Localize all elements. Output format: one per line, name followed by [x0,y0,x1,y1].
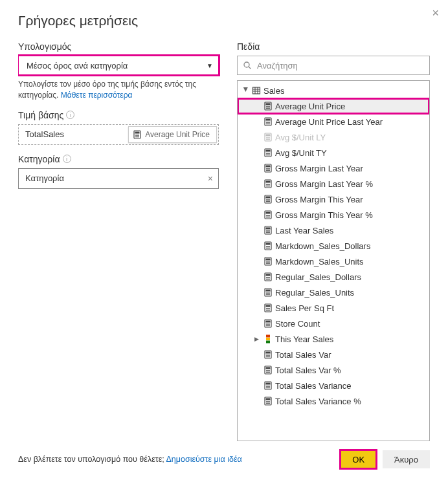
tree-field-row[interactable]: Gross Margin This Year [238,191,429,207]
tree-field-row[interactable]: Markdown_Sales_Dollars [238,238,429,254]
chevron-down-icon: ▶ [243,87,249,94]
dialog-title: Γρήγορες μετρήσεις [18,13,430,28]
calculator-icon [263,272,273,281]
field-label: Gross Margin Last Year [275,164,363,173]
fields-tree[interactable]: ▶ Sales Average Unit PriceAverage Unit P… [237,80,430,441]
tree-field-row[interactable]: Markdown_Sales_Units [238,254,429,269]
field-label: Average Unit Price Last Year [275,117,383,127]
field-label: Markdown_Sales_Dollars [275,241,370,251]
calculator-icon [263,179,273,188]
field-label: Regular_Sales_Dollars [275,272,361,282]
field-label: Avg $/Unit LY [275,133,326,142]
tree-field-row[interactable]: Gross Margin This Year % [238,207,429,223]
calculator-icon [263,133,273,142]
calculator-icon [263,164,273,173]
base-value-dropzone[interactable]: TotalSales Average Unit Price [18,124,219,145]
tree-field-row[interactable]: Store Count [238,316,429,331]
tree-field-row[interactable]: Gross Margin Last Year [238,160,429,176]
dialog-footer: Δεν βλέπετε τον υπολογισμό που θέλετε; Δ… [18,441,430,480]
table-name: Sales [263,86,285,96]
tree-field-row[interactable]: Total Sales Var % [238,362,429,378]
field-label: This Year Sales [275,334,333,344]
search-input[interactable] [256,60,424,71]
tree-field-row[interactable]: Total Sales Var [238,347,429,362]
field-label: Gross Margin This Year % [275,210,373,220]
calculator-icon [263,148,273,157]
field-label: Store Count [275,319,320,329]
calculator-icon [263,257,273,266]
calculator-icon [263,397,273,406]
calculation-helper: Υπολογίστε τον μέσο όρο της τιμής βάσης … [18,79,219,101]
field-label: Total Sales Variance % [275,397,361,406]
field-label: Last Year Sales [275,226,333,235]
calculator-icon [263,381,273,390]
table-icon [252,86,261,95]
calculator-icon [263,365,273,375]
field-label: Avg $/Unit TY [275,148,327,158]
calculator-icon [263,102,273,111]
tree-field-row[interactable]: Avg $/Unit LY [238,129,429,145]
base-value-field: TotalSales [19,129,64,139]
chevron-right-icon: ▶ [254,336,261,342]
calculator-icon [263,350,273,359]
base-value-label: Τιμή βάσης i [18,110,219,120]
post-idea-link[interactable]: Δημοσιεύστε μια ιδέα [166,455,241,464]
field-label: Regular_Sales_Units [275,288,354,298]
tree-field-row[interactable]: Gross Margin Last Year % [238,176,429,191]
info-icon[interactable]: i [66,111,74,119]
search-icon [243,61,252,70]
calculation-dropdown[interactable]: Μέσος όρος ανά κατηγορία ▼ [18,56,219,75]
field-label: Gross Margin This Year [275,195,363,204]
fields-search[interactable] [237,56,430,75]
tree-field-row[interactable]: Average Unit Price [238,98,429,114]
field-label: Sales Per Sq Ft [275,303,334,313]
learn-more-link[interactable]: Μάθετε περισσότερα [61,91,133,100]
ok-button[interactable]: OK [341,450,376,468]
tree-field-row[interactable]: Last Year Sales [238,223,429,238]
cancel-button[interactable]: Άκυρο [383,450,430,468]
tree-field-row[interactable]: Regular_Sales_Dollars [238,269,429,285]
left-panel: Υπολογισμός Μέσος όρος ανά κατηγορία ▼ Υ… [18,41,219,441]
calculation-value: Μέσος όρος ανά κατηγορία [27,61,128,71]
field-label: Total Sales Var [275,350,331,360]
tree-field-row[interactable]: Avg $/Unit TY [238,145,429,160]
calculator-icon [263,303,273,312]
category-value: Κατηγορία [25,173,64,183]
calculator-icon [263,117,273,126]
tree-field-row[interactable]: Total Sales Variance % [238,393,429,409]
field-label: Average Unit Price [275,102,345,111]
close-icon[interactable]: × [432,6,439,20]
field-label: Gross Margin Last Year % [275,179,373,189]
calculator-icon [263,195,273,204]
tree-table-row[interactable]: ▶ Sales [238,83,429,98]
calculator-icon [263,210,273,219]
footer-prompt: Δεν βλέπετε τον υπολογισμό που θέλετε; Δ… [18,455,242,464]
tree-field-row[interactable]: ▶This Year Sales [238,331,429,347]
chevron-down-icon: ▼ [207,62,213,69]
tree-field-row[interactable]: Regular_Sales_Units [238,285,429,300]
field-label: Total Sales Var % [275,365,341,375]
calculation-label: Υπολογισμός [18,41,219,52]
category-field-box[interactable]: Κατηγορία × [18,168,219,189]
remove-category-icon[interactable]: × [208,173,213,184]
tree-field-row[interactable]: Sales Per Sq Ft [238,300,429,316]
field-label: Markdown_Sales_Units [275,257,364,267]
dialog-body: Υπολογισμός Μέσος όρος ανά κατηγορία ▼ Υ… [18,41,430,441]
fields-panel: Πεδία ▶ Sales Average Unit PriceAverage … [237,41,430,441]
calculator-icon [263,241,273,250]
calculator-icon [133,130,142,139]
tree-field-row[interactable]: Average Unit Price Last Year [238,114,429,129]
quick-measures-dialog: × Γρήγορες μετρήσεις Υπολογισμός Μέσος ό… [0,0,448,480]
footer-buttons: OK Άκυρο [341,450,430,468]
fields-label: Πεδία [237,41,430,52]
field-label: Total Sales Variance [275,381,352,391]
drag-ghost-field: Average Unit Price [128,126,217,143]
tree-field-row[interactable]: Total Sales Variance [238,378,429,393]
calculator-icon [263,288,273,297]
category-label: Κατηγορία i [18,154,219,164]
calculator-icon [263,226,273,235]
calculator-icon [263,319,273,328]
kpi-icon [263,334,273,344]
info-icon[interactable]: i [63,155,71,163]
